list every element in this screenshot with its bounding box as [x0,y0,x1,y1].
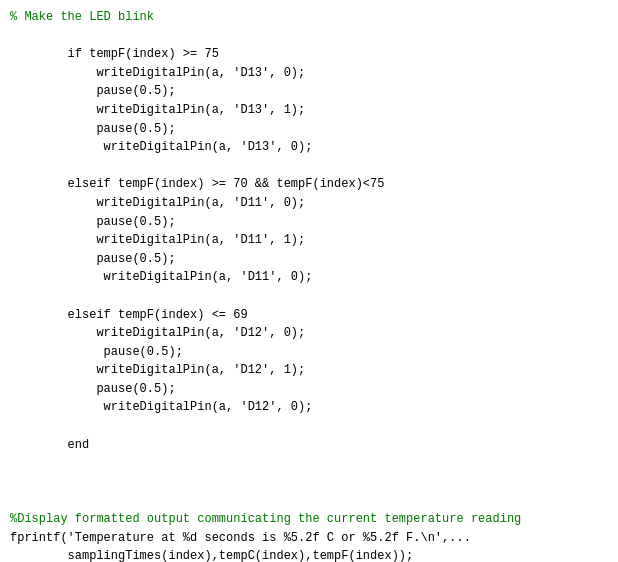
code-line [10,473,608,492]
code-line: elseif tempF(index) <= 69 [10,306,608,325]
code-line [10,491,608,510]
code-line: writeDigitalPin(a, 'D11', 1); [10,231,608,250]
code-line: end [10,436,608,455]
code-line: pause(0.5); [10,250,608,269]
code-line: pause(0.5); [10,343,608,362]
code-line: writeDigitalPin(a, 'D13', 0); [10,64,608,83]
code-line: pause(0.5); [10,120,608,139]
code-line: writeDigitalPin(a, 'D11', 0); [10,194,608,213]
code-line: pause(0.5); [10,213,608,232]
code-line: if tempF(index) >= 75 [10,45,608,64]
code-line: writeDigitalPin(a, 'D12', 1); [10,361,608,380]
code-line: writeDigitalPin(a, 'D12', 0); [10,398,608,417]
code-line: pause(0.5); [10,82,608,101]
code-line: samplingTimes(index),tempC(index),tempF(… [10,547,608,562]
code-line [10,157,608,176]
code-line: elseif tempF(index) >= 70 && tempF(index… [10,175,608,194]
code-line: fprintf('Temperature at %d seconds is %5… [10,529,608,548]
code-line: writeDigitalPin(a, 'D13', 0); [10,138,608,157]
code-line [10,287,608,306]
code-line [10,417,608,436]
code-line: pause(0.5); [10,380,608,399]
code-content: % Make the LED blink if tempF(index) >= … [10,8,608,562]
code-line: % Make the LED blink [10,8,608,27]
code-line: writeDigitalPin(a, 'D11', 0); [10,268,608,287]
code-line: %Display formatted output communicating … [10,510,608,529]
code-line [10,27,608,46]
code-line: writeDigitalPin(a, 'D12', 0); [10,324,608,343]
code-editor: % Make the LED blink if tempF(index) >= … [0,0,618,562]
code-line [10,454,608,473]
code-line: writeDigitalPin(a, 'D13', 1); [10,101,608,120]
